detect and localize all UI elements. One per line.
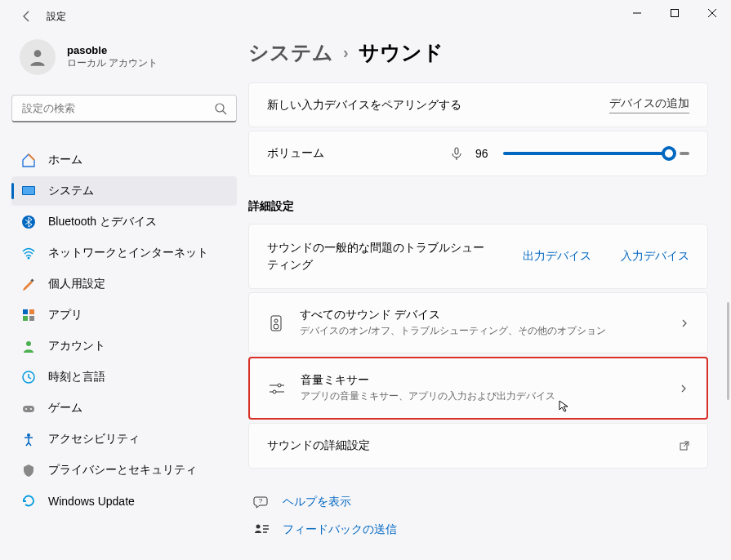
apps-icon xyxy=(21,308,36,322)
sidebar-item-label: 個人用設定 xyxy=(48,277,105,291)
sidebar-item-label: Bluetooth とデバイス xyxy=(48,215,157,229)
feedback-icon xyxy=(253,522,270,537)
svg-point-8 xyxy=(28,257,30,260)
sidebar-item-label: ネットワークとインターネット xyxy=(48,246,208,260)
sidebar-item-apps[interactable]: アプリ xyxy=(11,300,237,330)
svg-rect-6 xyxy=(23,187,34,194)
chevron-right-icon: › xyxy=(343,43,349,62)
mixer-title: 音量ミキサー xyxy=(301,373,664,388)
svg-rect-20 xyxy=(455,148,458,154)
sidebar-item-label: システム xyxy=(48,184,94,198)
svg-point-17 xyxy=(25,408,27,410)
svg-line-4 xyxy=(223,111,226,114)
back-icon[interactable] xyxy=(20,10,33,23)
breadcrumb: システム › サウンド xyxy=(248,39,708,66)
svg-point-2 xyxy=(34,50,42,57)
help-link-label: ヘルプを表示 xyxy=(283,495,351,509)
all-devices-title: すべてのサウンド デバイス xyxy=(300,308,665,322)
sidebar-item-gaming[interactable]: ゲーム xyxy=(11,393,237,423)
update-icon xyxy=(21,494,36,509)
svg-point-22 xyxy=(274,319,278,322)
volume-label: ボリューム xyxy=(267,146,324,161)
profile-block[interactable]: pasoble ローカル アカウント xyxy=(11,33,237,95)
time-icon xyxy=(21,370,36,384)
sidebar-item-accessibility[interactable]: アクセシビリティ xyxy=(11,424,237,454)
sidebar-item-label: ホーム xyxy=(48,153,82,167)
breadcrumb-current: サウンド xyxy=(359,39,444,66)
svg-text:?: ? xyxy=(259,497,263,504)
scrollbar[interactable] xyxy=(727,302,729,400)
svg-point-3 xyxy=(216,104,224,112)
sidebar-item-home[interactable]: ホーム xyxy=(11,145,237,175)
maximize-button[interactable] xyxy=(656,0,693,26)
system-icon xyxy=(21,184,36,198)
window-title: 設定 xyxy=(47,10,66,24)
bluetooth-icon xyxy=(21,215,36,229)
close-button[interactable] xyxy=(693,0,731,26)
mixer-subtitle: アプリの音量ミキサー、アプリの入力および出力デバイス xyxy=(301,389,664,403)
svg-rect-16 xyxy=(23,406,34,412)
svg-rect-21 xyxy=(271,316,281,331)
troubleshoot-text: サウンドの一般的な問題のトラブルシューティング xyxy=(267,239,493,273)
advanced-section-title: 詳細設定 xyxy=(248,199,708,214)
breadcrumb-parent[interactable]: システム xyxy=(248,39,333,66)
sound-details-row[interactable]: サウンドの詳細設定 xyxy=(249,424,707,468)
output-device-button[interactable]: 出力デバイス xyxy=(523,249,591,264)
gaming-icon xyxy=(21,401,36,416)
svg-rect-12 xyxy=(23,316,28,321)
sidebar-item-label: アクセシビリティ xyxy=(48,432,140,447)
chevron-right-icon xyxy=(680,318,689,328)
sidebar-item-label: ゲーム xyxy=(48,401,82,416)
sidebar-item-label: プライバシーとセキュリティ xyxy=(48,463,197,478)
svg-rect-11 xyxy=(29,309,34,314)
svg-point-25 xyxy=(278,384,281,387)
sidebar-item-label: Windows Update xyxy=(48,495,135,508)
volume-value: 96 xyxy=(475,147,493,160)
svg-point-14 xyxy=(26,341,31,346)
svg-rect-10 xyxy=(23,309,28,314)
all-devices-subtitle: デバイスのオン/オフ、トラブルシューティング、その他のオプション xyxy=(300,324,665,338)
add-device-button[interactable]: デバイスの追加 xyxy=(609,96,689,113)
sidebar-item-system[interactable]: システム xyxy=(11,176,237,206)
svg-point-19 xyxy=(27,433,30,437)
sidebar-item-update[interactable]: Windows Update xyxy=(11,487,237,516)
chevron-right-icon xyxy=(679,384,689,393)
accessibility-icon xyxy=(21,432,36,447)
sidebar-item-bluetooth[interactable]: Bluetooth とデバイス xyxy=(11,207,237,237)
help-link[interactable]: ? ヘルプを表示 xyxy=(248,488,708,516)
feedback-link-label: フィードバックの送信 xyxy=(283,522,397,537)
home-icon xyxy=(21,153,36,167)
svg-rect-1 xyxy=(671,10,679,17)
external-link-icon xyxy=(680,441,689,451)
search-icon xyxy=(214,102,227,115)
sidebar-item-time[interactable]: 時刻と言語 xyxy=(11,362,237,392)
input-device-button[interactable]: 入力デバイス xyxy=(621,249,689,264)
volume-mixer-row[interactable]: 音量ミキサー アプリの音量ミキサー、アプリの入力および出力デバイス xyxy=(250,358,706,418)
sidebar-item-network[interactable]: ネットワークとインターネット xyxy=(11,238,237,268)
feedback-link[interactable]: フィードバックの送信 xyxy=(248,516,708,544)
sound-details-title: サウンドの詳細設定 xyxy=(267,438,665,453)
svg-point-30 xyxy=(256,525,261,529)
minimize-button[interactable] xyxy=(618,0,656,26)
mixer-icon xyxy=(268,381,286,396)
personalize-icon xyxy=(21,277,36,291)
svg-rect-13 xyxy=(29,316,34,321)
sidebar-item-account[interactable]: アカウント xyxy=(11,331,237,361)
sidebar-item-label: 時刻と言語 xyxy=(48,370,105,384)
profile-subtitle: ローカル アカウント xyxy=(67,56,158,70)
svg-point-27 xyxy=(273,390,276,393)
avatar xyxy=(20,39,56,75)
sidebar-item-label: アカウント xyxy=(48,339,105,353)
svg-point-23 xyxy=(274,324,279,329)
svg-point-18 xyxy=(30,408,32,410)
profile-name: pasoble xyxy=(67,44,158,56)
mic-icon[interactable] xyxy=(449,146,464,161)
pairing-text: 新しい入力デバイスをペアリングする xyxy=(267,98,461,113)
privacy-icon xyxy=(21,463,36,478)
sidebar-item-privacy[interactable]: プライバシーとセキュリティ xyxy=(11,456,237,485)
help-icon: ? xyxy=(253,495,270,509)
sidebar-item-personalize[interactable]: 個人用設定 xyxy=(11,269,237,299)
all-sound-devices-row[interactable]: すべてのサウンド デバイス デバイスのオン/オフ、トラブルシューティング、その他… xyxy=(249,293,707,353)
search-input[interactable] xyxy=(11,95,237,122)
volume-slider[interactable] xyxy=(503,152,675,155)
